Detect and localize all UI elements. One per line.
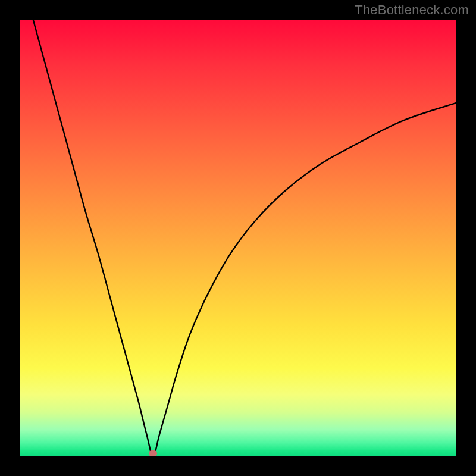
optimal-point-marker	[149, 450, 157, 456]
chart-plot-area	[20, 20, 456, 456]
watermark-text: TheBottleneck.com	[355, 2, 469, 18]
chart-frame: TheBottleneck.com	[0, 0, 476, 476]
bottleneck-curve	[20, 20, 456, 456]
